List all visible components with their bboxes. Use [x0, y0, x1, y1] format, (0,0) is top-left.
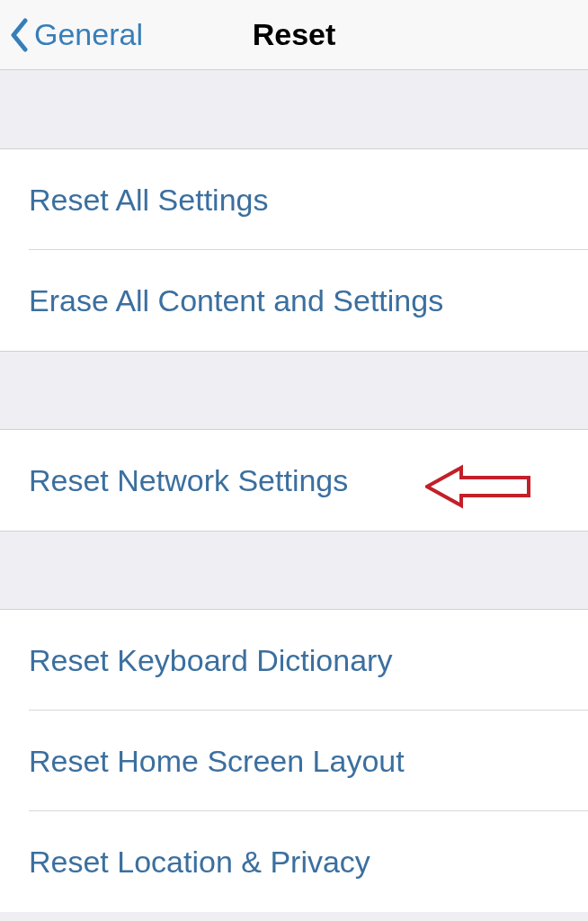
arrow-left-icon: [425, 464, 533, 509]
reset-home-screen-layout-item[interactable]: Reset Home Screen Layout: [0, 711, 588, 811]
navigation-header: General Reset: [0, 0, 588, 70]
list-group-1: Reset All Settings Erase All Content and…: [0, 149, 588, 351]
reset-location-privacy-item[interactable]: Reset Location & Privacy: [0, 811, 588, 912]
reset-all-settings-item[interactable]: Reset All Settings: [0, 149, 588, 250]
list-item-label: Reset Network Settings: [29, 463, 348, 498]
reset-keyboard-dictionary-item[interactable]: Reset Keyboard Dictionary: [0, 610, 588, 711]
erase-all-content-item[interactable]: Erase All Content and Settings: [0, 250, 588, 351]
section-gap: [0, 351, 588, 430]
list-group-3: Reset Keyboard Dictionary Reset Home Scr…: [0, 610, 588, 912]
chevron-left-icon: [9, 18, 29, 52]
back-label: General: [34, 17, 143, 52]
list-item-label: Reset Home Screen Layout: [29, 744, 405, 779]
list-item-label: Reset Location & Privacy: [29, 845, 370, 880]
list-item-label: Reset Keyboard Dictionary: [29, 643, 392, 678]
section-gap: [0, 531, 588, 610]
back-button[interactable]: General: [0, 17, 143, 52]
list-group-2: Reset Network Settings: [0, 430, 588, 531]
list-item-label: Erase All Content and Settings: [29, 283, 443, 318]
list-item-label: Reset All Settings: [29, 183, 268, 218]
page-title: Reset: [253, 17, 336, 52]
reset-network-settings-item[interactable]: Reset Network Settings: [0, 430, 588, 531]
section-gap: [0, 70, 588, 149]
